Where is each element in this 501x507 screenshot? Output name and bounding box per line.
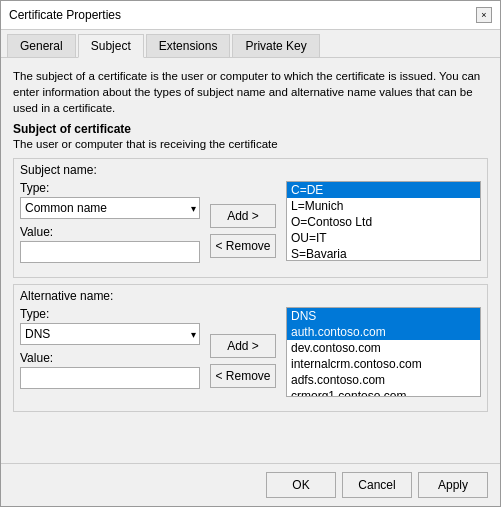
- alt-type-label: Type:: [20, 307, 200, 321]
- subject-name-title: Subject name:: [20, 163, 481, 177]
- title-bar: Certificate Properties ×: [1, 1, 500, 30]
- list-item[interactable]: L=Munich: [287, 198, 480, 214]
- cancel-button[interactable]: Cancel: [342, 472, 412, 498]
- list-item[interactable]: C=DE: [287, 182, 480, 198]
- alt-list[interactable]: DNS auth.contoso.com dev.contoso.com int…: [286, 307, 481, 397]
- value-label: Value:: [20, 225, 200, 239]
- list-item[interactable]: O=Contoso Ltd: [287, 214, 480, 230]
- tab-bar: General Subject Extensions Private Key: [1, 30, 500, 58]
- alt-value-label: Value:: [20, 351, 200, 365]
- alt-name-group: Alternative name: Type: DNS Email IP URI…: [13, 284, 488, 412]
- list-item[interactable]: dev.contoso.com: [287, 340, 480, 356]
- dialog-title: Certificate Properties: [9, 8, 121, 22]
- subject-left-panel: Type: Common name Country Locality Organ…: [20, 181, 200, 263]
- tab-subject[interactable]: Subject: [78, 34, 144, 58]
- subject-of-cert-label: Subject of certificate: [13, 122, 488, 136]
- alt-right-panel: DNS auth.contoso.com dev.contoso.com int…: [286, 307, 481, 397]
- list-item[interactable]: DNS: [287, 308, 480, 324]
- alt-name-title: Alternative name:: [20, 289, 481, 303]
- list-item[interactable]: OU=IT: [287, 230, 480, 246]
- alt-center-panel: Add > < Remove: [208, 307, 278, 397]
- tab-content: The subject of a certificate is the user…: [1, 58, 500, 463]
- alt-type-select[interactable]: DNS Email IP URI: [20, 323, 200, 345]
- description-text: The subject of a certificate is the user…: [13, 68, 488, 116]
- list-item[interactable]: internalcrm.contoso.com: [287, 356, 480, 372]
- alt-value-input[interactable]: [20, 367, 200, 389]
- list-item[interactable]: crmorg1.contoso.com: [287, 388, 480, 397]
- subject-panels: Type: Common name Country Locality Organ…: [20, 181, 481, 263]
- tab-extensions[interactable]: Extensions: [146, 34, 231, 57]
- alt-type-select-wrapper: DNS Email IP URI: [20, 323, 200, 345]
- subject-remove-button[interactable]: < Remove: [210, 234, 276, 258]
- type-select[interactable]: Common name Country Locality Organizatio…: [20, 197, 200, 219]
- type-label: Type:: [20, 181, 200, 195]
- list-item[interactable]: auth.contoso.com: [287, 324, 480, 340]
- dialog-footer: OK Cancel Apply: [1, 463, 500, 506]
- certificate-properties-dialog: Certificate Properties × General Subject…: [0, 0, 501, 507]
- alt-left-panel: Type: DNS Email IP URI Value:: [20, 307, 200, 397]
- ok-button[interactable]: OK: [266, 472, 336, 498]
- subject-value-input[interactable]: [20, 241, 200, 263]
- tab-private-key[interactable]: Private Key: [232, 34, 319, 57]
- subject-name-group: Subject name: Type: Common name Country …: [13, 158, 488, 278]
- apply-button[interactable]: Apply: [418, 472, 488, 498]
- alt-remove-button[interactable]: < Remove: [210, 364, 276, 388]
- list-item[interactable]: S=Bavaria: [287, 246, 480, 261]
- subject-center-panel: Add > < Remove: [208, 181, 278, 263]
- alt-add-button[interactable]: Add >: [210, 334, 276, 358]
- subject-sub-label: The user or computer that is receiving t…: [13, 138, 488, 150]
- tab-general[interactable]: General: [7, 34, 76, 57]
- close-button[interactable]: ×: [476, 7, 492, 23]
- title-bar-buttons: ×: [476, 7, 492, 23]
- subject-add-button[interactable]: Add >: [210, 204, 276, 228]
- alt-panels: Type: DNS Email IP URI Value: Add > <: [20, 307, 481, 397]
- type-select-wrapper: Common name Country Locality Organizatio…: [20, 197, 200, 219]
- subject-list[interactable]: C=DE L=Munich O=Contoso Ltd OU=IT S=Bava…: [286, 181, 481, 261]
- subject-right-panel: C=DE L=Munich O=Contoso Ltd OU=IT S=Bava…: [286, 181, 481, 263]
- list-item[interactable]: adfs.contoso.com: [287, 372, 480, 388]
